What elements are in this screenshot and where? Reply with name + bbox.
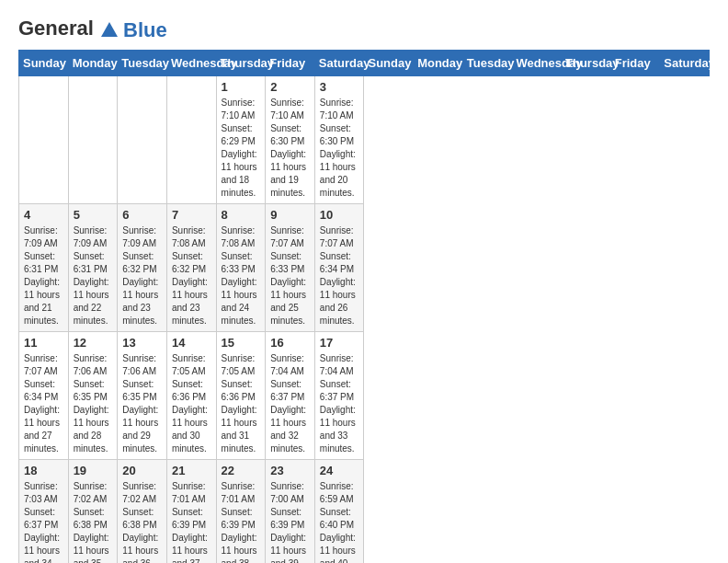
calendar-week-1: 1Sunrise: 7:10 AM Sunset: 6:29 PM Daylig… xyxy=(19,76,710,204)
day-number: 15 xyxy=(222,336,261,350)
day-info: Sunrise: 7:08 AM Sunset: 6:32 PM Dayligh… xyxy=(172,224,211,327)
day-number: 11 xyxy=(24,336,63,350)
day-info: Sunrise: 6:59 AM Sunset: 6:40 PM Dayligh… xyxy=(320,480,359,563)
day-number: 20 xyxy=(122,464,162,477)
calendar-cell: 7Sunrise: 7:08 AM Sunset: 6:32 PM Daylig… xyxy=(166,204,216,332)
day-number: 18 xyxy=(24,464,63,477)
day-header-wednesday: Wednesday xyxy=(166,51,216,76)
calendar-cell: 24Sunrise: 6:59 AM Sunset: 6:40 PM Dayli… xyxy=(314,460,364,564)
logo: General Blue xyxy=(18,18,167,40)
logo-text: General xyxy=(18,18,119,40)
day-header-sunday: Sunday xyxy=(19,51,69,76)
calendar-table: SundayMondayTuesdayWednesdayThursdayFrid… xyxy=(18,50,710,563)
calendar-cell: 18Sunrise: 7:03 AM Sunset: 6:37 PM Dayli… xyxy=(19,460,69,564)
day-number: 16 xyxy=(270,336,310,350)
calendar-cell: 22Sunrise: 7:01 AM Sunset: 6:39 PM Dayli… xyxy=(216,460,266,564)
calendar-cell: 8Sunrise: 7:08 AM Sunset: 6:33 PM Daylig… xyxy=(216,204,266,332)
calendar-cell: 1Sunrise: 7:10 AM Sunset: 6:29 PM Daylig… xyxy=(216,76,266,204)
day-header-tuesday: Tuesday xyxy=(462,51,512,76)
calendar-cell: 23Sunrise: 7:00 AM Sunset: 6:39 PM Dayli… xyxy=(266,460,315,564)
calendar-cell xyxy=(19,76,69,204)
day-header-friday: Friday xyxy=(266,51,315,76)
calendar-cell: 16Sunrise: 7:04 AM Sunset: 6:37 PM Dayli… xyxy=(266,332,315,460)
calendar-header-row: SundayMondayTuesdayWednesdayThursdayFrid… xyxy=(19,51,710,76)
day-info: Sunrise: 7:00 AM Sunset: 6:39 PM Dayligh… xyxy=(270,480,310,563)
day-number: 8 xyxy=(222,208,261,222)
day-header-wednesday: Wednesday xyxy=(512,51,562,76)
day-header-monday: Monday xyxy=(68,51,118,76)
svg-marker-0 xyxy=(101,22,118,37)
day-number: 3 xyxy=(320,80,359,94)
day-number: 23 xyxy=(270,464,310,477)
day-number: 5 xyxy=(74,208,113,222)
calendar-cell: 21Sunrise: 7:01 AM Sunset: 6:39 PM Dayli… xyxy=(166,460,216,564)
day-header-friday: Friday xyxy=(610,51,660,76)
calendar-cell: 15Sunrise: 7:05 AM Sunset: 6:36 PM Dayli… xyxy=(216,332,266,460)
calendar-week-2: 4Sunrise: 7:09 AM Sunset: 6:31 PM Daylig… xyxy=(19,204,710,332)
day-info: Sunrise: 7:06 AM Sunset: 6:35 PM Dayligh… xyxy=(74,352,113,455)
day-number: 7 xyxy=(172,208,211,222)
day-number: 12 xyxy=(74,336,113,350)
day-number: 10 xyxy=(320,208,359,222)
calendar-cell: 2Sunrise: 7:10 AM Sunset: 6:30 PM Daylig… xyxy=(266,76,315,204)
day-info: Sunrise: 7:05 AM Sunset: 6:36 PM Dayligh… xyxy=(172,352,211,455)
day-header-thursday: Thursday xyxy=(562,51,611,76)
day-number: 13 xyxy=(122,336,162,350)
day-info: Sunrise: 7:06 AM Sunset: 6:35 PM Dayligh… xyxy=(122,352,162,455)
day-info: Sunrise: 7:01 AM Sunset: 6:39 PM Dayligh… xyxy=(172,480,211,563)
calendar-week-3: 11Sunrise: 7:07 AM Sunset: 6:34 PM Dayli… xyxy=(19,332,710,460)
calendar-cell: 4Sunrise: 7:09 AM Sunset: 6:31 PM Daylig… xyxy=(19,204,69,332)
day-info: Sunrise: 7:09 AM Sunset: 6:31 PM Dayligh… xyxy=(74,224,113,327)
day-info: Sunrise: 7:07 AM Sunset: 6:33 PM Dayligh… xyxy=(270,224,310,327)
day-header-thursday: Thursday xyxy=(216,51,266,76)
day-header-saturday: Saturday xyxy=(314,51,364,76)
calendar-cell: 5Sunrise: 7:09 AM Sunset: 6:31 PM Daylig… xyxy=(68,204,118,332)
day-number: 4 xyxy=(24,208,63,222)
day-header-saturday: Saturday xyxy=(660,51,710,76)
day-header-tuesday: Tuesday xyxy=(118,51,167,76)
day-info: Sunrise: 7:04 AM Sunset: 6:37 PM Dayligh… xyxy=(270,352,310,455)
day-info: Sunrise: 7:07 AM Sunset: 6:34 PM Dayligh… xyxy=(320,224,359,327)
day-info: Sunrise: 7:09 AM Sunset: 6:31 PM Dayligh… xyxy=(24,224,63,327)
day-header-monday: Monday xyxy=(414,51,463,76)
day-info: Sunrise: 7:10 AM Sunset: 6:29 PM Dayligh… xyxy=(222,97,261,200)
calendar-cell: 11Sunrise: 7:07 AM Sunset: 6:34 PM Dayli… xyxy=(19,332,69,460)
day-info: Sunrise: 7:01 AM Sunset: 6:39 PM Dayligh… xyxy=(222,480,261,563)
calendar-cell xyxy=(166,76,216,204)
logo-icon xyxy=(99,20,119,40)
day-number: 2 xyxy=(270,80,310,94)
day-info: Sunrise: 7:10 AM Sunset: 6:30 PM Dayligh… xyxy=(320,97,359,200)
day-info: Sunrise: 7:08 AM Sunset: 6:33 PM Dayligh… xyxy=(222,224,261,327)
calendar-cell: 10Sunrise: 7:07 AM Sunset: 6:34 PM Dayli… xyxy=(314,204,364,332)
calendar-cell xyxy=(68,76,118,204)
day-number: 19 xyxy=(74,464,113,477)
day-info: Sunrise: 7:07 AM Sunset: 6:34 PM Dayligh… xyxy=(24,352,63,455)
day-number: 21 xyxy=(172,464,211,477)
day-number: 1 xyxy=(222,80,261,94)
day-number: 22 xyxy=(222,464,261,477)
day-number: 24 xyxy=(320,464,359,477)
calendar-cell: 3Sunrise: 7:10 AM Sunset: 6:30 PM Daylig… xyxy=(314,76,364,204)
day-info: Sunrise: 7:04 AM Sunset: 6:37 PM Dayligh… xyxy=(320,352,359,455)
calendar-cell: 12Sunrise: 7:06 AM Sunset: 6:35 PM Dayli… xyxy=(68,332,118,460)
calendar-cell: 19Sunrise: 7:02 AM Sunset: 6:38 PM Dayli… xyxy=(68,460,118,564)
calendar-cell: 14Sunrise: 7:05 AM Sunset: 6:36 PM Dayli… xyxy=(166,332,216,460)
page-header: General Blue xyxy=(18,18,710,40)
calendar-cell: 9Sunrise: 7:07 AM Sunset: 6:33 PM Daylig… xyxy=(266,204,315,332)
day-number: 6 xyxy=(122,208,162,222)
calendar-cell: 20Sunrise: 7:02 AM Sunset: 6:38 PM Dayli… xyxy=(118,460,167,564)
calendar-cell: 17Sunrise: 7:04 AM Sunset: 6:37 PM Dayli… xyxy=(314,332,364,460)
calendar-cell: 13Sunrise: 7:06 AM Sunset: 6:35 PM Dayli… xyxy=(118,332,167,460)
day-info: Sunrise: 7:03 AM Sunset: 6:37 PM Dayligh… xyxy=(24,480,63,563)
day-header-sunday: Sunday xyxy=(364,51,414,76)
day-number: 17 xyxy=(320,336,359,350)
day-number: 14 xyxy=(172,336,211,350)
day-info: Sunrise: 7:10 AM Sunset: 6:30 PM Dayligh… xyxy=(270,97,310,200)
day-info: Sunrise: 7:09 AM Sunset: 6:32 PM Dayligh… xyxy=(122,224,162,327)
day-info: Sunrise: 7:02 AM Sunset: 6:38 PM Dayligh… xyxy=(122,480,162,563)
day-number: 9 xyxy=(270,208,310,222)
calendar-cell xyxy=(118,76,167,204)
day-info: Sunrise: 7:02 AM Sunset: 6:38 PM Dayligh… xyxy=(74,480,113,563)
logo-blue-text: Blue xyxy=(123,20,167,40)
calendar-week-4: 18Sunrise: 7:03 AM Sunset: 6:37 PM Dayli… xyxy=(19,460,710,564)
